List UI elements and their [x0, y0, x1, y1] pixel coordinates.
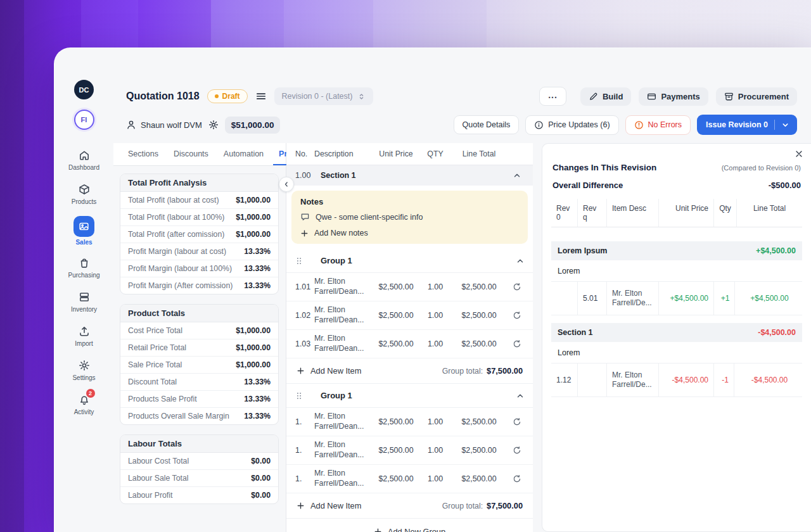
sidebar-item-sales[interactable]: Sales — [58, 212, 111, 249]
group-header[interactable]: Group 1 — [286, 249, 533, 273]
tab-discounts[interactable]: Discounts — [168, 143, 214, 165]
build-label: Build — [603, 92, 623, 101]
errors-button[interactable]: No Errors — [625, 115, 691, 135]
section-row[interactable]: 1.00 Section 1 — [286, 165, 533, 186]
issue-revision-button[interactable]: Issue Revision 0 — [697, 115, 797, 135]
tab-sections[interactable]: Sections — [122, 143, 164, 165]
changes-panel: Changes In This Revision (Compared to Re… — [542, 143, 811, 532]
info-icon — [534, 120, 544, 130]
item-line-total: $2,500.00 — [461, 311, 496, 320]
price-updates-button[interactable]: Price Updates (6) — [525, 115, 618, 135]
col-header-description: Description — [314, 149, 373, 158]
drag-handle-icon[interactable] — [295, 256, 303, 265]
change-subgroup-row: Lorem — [551, 342, 802, 364]
item-description: Mr. EltonFarrell/Dean... — [314, 412, 373, 432]
changes-table-header: Rev 0 Rev q Item Desc Unit Price Qty Lin… — [551, 199, 802, 227]
change-section-delta: -$4,500.00 — [758, 328, 796, 337]
build-button[interactable]: Build — [580, 87, 632, 106]
refresh-icon[interactable] — [506, 311, 528, 320]
org-avatar[interactable]: FI — [74, 110, 94, 130]
change-data-row[interactable]: 1.12 Mr. EltonFarrell/De... -$4,500.00 -… — [551, 364, 802, 397]
table-row[interactable]: 1.01 Mr. EltonFarrell/Dean... $2,500.00 … — [286, 273, 533, 301]
overall-difference-value: -$500.00 — [769, 180, 801, 190]
sidebar-item-label: Sales — [75, 239, 92, 246]
sidebar-item-import[interactable]: Import — [58, 320, 111, 352]
user-avatar[interactable]: DC — [74, 80, 94, 99]
revision-selector[interactable]: Revision 0 - (Latest) — [274, 87, 374, 105]
tab-automation[interactable]: Automation — [218, 143, 269, 165]
chevron-up-icon[interactable] — [506, 171, 528, 180]
sidebar-item-activity[interactable]: 2 Activity — [58, 388, 111, 420]
sidebar-item-inventory[interactable]: Inventory — [58, 286, 111, 317]
stat-value: 13.33% — [244, 412, 271, 421]
notes-title: Notes — [300, 197, 519, 206]
table-row[interactable]: 1. Mr. EltonFarrell/Dean... $2,500.00 1.… — [286, 436, 533, 465]
change-unit-price: -$4,500.00 — [659, 364, 714, 396]
box-icon — [79, 182, 90, 196]
changes-header: Changes In This Revision (Compared to Re… — [542, 144, 811, 190]
sidebar-item-label: Activity — [74, 408, 94, 415]
chevron-up-icon[interactable] — [516, 391, 525, 400]
table-row[interactable]: 1.03 Mr. EltonFarrell/Dean... $2,500.00 … — [286, 330, 533, 358]
change-section-row[interactable]: Section 1 -$4,500.00 — [551, 323, 802, 342]
change-rev1 — [578, 364, 607, 396]
sidebar-item-label: Products — [72, 198, 96, 205]
errors-label: No Errors — [648, 120, 682, 129]
person-icon — [126, 120, 136, 130]
card-labour-totals: Labour Totals Labour Cost Total$0.00 Lab… — [120, 434, 279, 504]
stat-label: Total Profit (labour at cost) — [128, 196, 219, 205]
customer-selector[interactable]: Shaun wolf DVM — [126, 120, 202, 130]
note-text: Qwe - some client-specific info — [316, 213, 423, 222]
note-item[interactable]: Qwe - some client-specific info — [300, 212, 519, 222]
stat-row: Total Profit (labour at cost)$1,000.00 — [120, 192, 278, 209]
procurement-button[interactable]: Procurement — [716, 87, 797, 106]
refresh-icon[interactable] — [506, 474, 528, 483]
sidebar-item-purchasing[interactable]: Purchasing — [58, 251, 111, 283]
item-number: 1. — [291, 417, 314, 426]
profit-panel: Sections Discounts Automation Profit Tot… — [113, 143, 286, 532]
sidebar-item-settings[interactable]: Settings — [58, 354, 111, 386]
table-row[interactable]: 1. Mr. EltonFarrell/Dean... $2,500.00 1.… — [286, 465, 533, 493]
change-section-row[interactable]: Lorem Ipsum +$4,500.00 — [551, 241, 802, 260]
stat-row: Products Sale Profit13.33% — [120, 391, 278, 408]
change-data-row[interactable]: 5.01 Mr. EltonFarrell/De... +$4,500.00 +… — [551, 282, 802, 315]
table-row[interactable]: 1. Mr. EltonFarrell/Dean... $2,500.00 1.… — [286, 408, 533, 436]
drag-handle-icon[interactable] — [295, 391, 303, 400]
sidebar-item-dashboard[interactable]: Dashboard — [58, 144, 111, 175]
home-icon — [79, 148, 90, 162]
item-unit-price: $2,500.00 — [378, 282, 413, 291]
item-unit-price: $2,500.00 — [378, 417, 413, 426]
item-line-total: $2,500.00 — [461, 446, 496, 455]
table-header: No. Description Unit Price QTY Line Tota… — [286, 143, 533, 165]
refresh-icon[interactable] — [506, 339, 528, 348]
close-icon[interactable] — [795, 149, 803, 158]
payments-button[interactable]: Payments — [639, 87, 708, 106]
add-new-item-button[interactable]: Add New Item — [297, 501, 361, 510]
stat-value: $0.00 — [251, 474, 271, 483]
refresh-icon[interactable] — [506, 446, 528, 455]
refresh-icon[interactable] — [506, 417, 528, 426]
add-note-button[interactable]: Add New notes — [300, 229, 368, 238]
add-new-group-button[interactable]: Add New Group — [374, 527, 445, 532]
quote-details-button[interactable]: Quote Details — [454, 115, 520, 134]
chevron-up-icon[interactable] — [516, 256, 525, 265]
item-description: Mr. EltonFarrell/Dean... — [314, 334, 373, 354]
panel-collapse-button[interactable] — [279, 177, 294, 192]
more-actions-button[interactable]: ... — [539, 87, 566, 106]
content-body: Sections Discounts Automation Profit Tot… — [113, 143, 811, 532]
stat-label: Products Overall Sale Margin — [128, 412, 229, 421]
group-header[interactable]: Group 1 — [286, 384, 533, 408]
table-row[interactable]: 1.02 Mr. EltonFarrell/Dean... $2,500.00 … — [286, 301, 533, 330]
col-header-line-total: Line Total — [748, 199, 791, 227]
card-title: Product Totals — [120, 305, 278, 322]
sidebar-item-products[interactable]: Products — [58, 178, 111, 210]
warning-icon — [634, 120, 644, 130]
add-new-item-button[interactable]: Add New Item — [297, 366, 361, 376]
quote-settings-gear-icon[interactable] — [208, 120, 219, 130]
item-number: 1.02 — [291, 311, 314, 320]
item-qty: 1.00 — [428, 282, 443, 291]
stat-value: $1,000.00 — [236, 360, 271, 369]
refresh-icon[interactable] — [506, 282, 528, 291]
hamburger-menu-icon[interactable] — [255, 91, 267, 102]
card-title: Labour Totals — [120, 435, 278, 453]
